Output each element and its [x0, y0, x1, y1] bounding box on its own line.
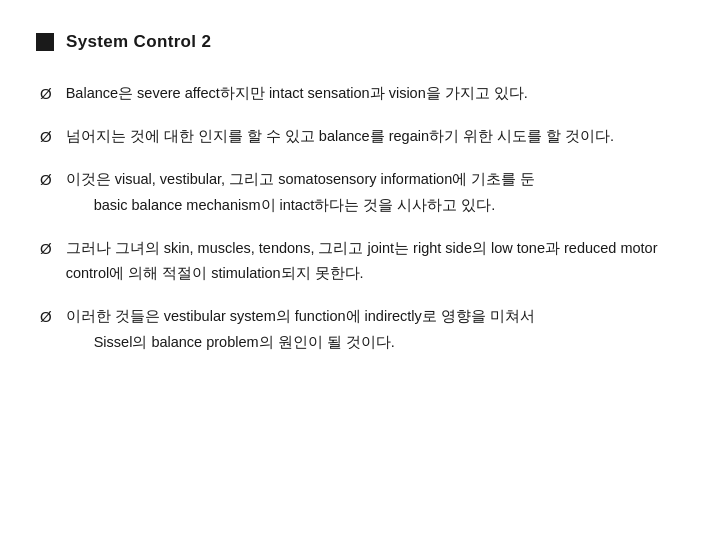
bullet-text: 넘어지는 것에 대한 인지를 할 수 있고 balance를 regain하기 …: [66, 128, 614, 144]
bullet-arrow-icon: Ø: [40, 125, 52, 149]
bullet-arrow-icon: Ø: [40, 305, 52, 329]
list-item: Ø Balance은 severe affect하지만 intact sensa…: [40, 81, 680, 106]
bullet-text: 이러한 것들은 vestibular system의 function에 ind…: [66, 308, 535, 324]
content-area: Ø Balance은 severe affect하지만 intact sensa…: [36, 81, 680, 355]
list-item: Ø 이것은 visual, vestibular, 그리고 somatosens…: [40, 167, 680, 218]
bullet-text: 그러나 그녀의 skin, muscles, tendons, 그리고 join…: [66, 240, 658, 281]
header: System Control 2: [36, 28, 680, 55]
bullet-indent-text: basic balance mechanism이 intact하다는 것을 시사…: [94, 194, 536, 218]
bullet-arrow-icon: Ø: [40, 237, 52, 261]
bullet-arrow-icon: Ø: [40, 168, 52, 192]
bullet-text: 이것은 visual, vestibular, 그리고 somatosensor…: [66, 171, 536, 187]
bullet-indent-text: Sissel의 balance problem의 원인이 될 것이다.: [94, 331, 535, 355]
page-title: System Control 2: [66, 28, 211, 55]
list-item: Ø 이러한 것들은 vestibular system의 function에 i…: [40, 304, 680, 355]
bullet-text: Balance은 severe affect하지만 intact sensati…: [66, 85, 528, 101]
page: System Control 2 Ø Balance은 severe affec…: [0, 0, 720, 540]
list-item: Ø 그러나 그녀의 skin, muscles, tendons, 그리고 jo…: [40, 236, 680, 286]
header-square-icon: [36, 33, 54, 51]
list-item: Ø 넘어지는 것에 대한 인지를 할 수 있고 balance를 regain하…: [40, 124, 680, 149]
bullet-arrow-icon: Ø: [40, 82, 52, 106]
